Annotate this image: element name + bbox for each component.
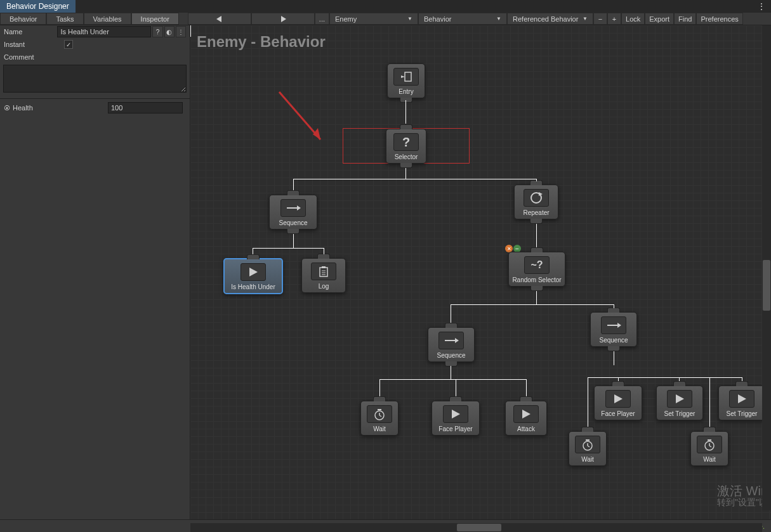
target-icon[interactable]: ◐ [164,26,175,37]
toolbar: Behavior Tasks Variables Inspector ... E… [0,13,771,25]
node-sequence-mid[interactable]: Sequence [428,327,475,362]
node-sequence-right[interactable]: Sequence [590,312,637,347]
node-face-player-2[interactable]: Face Player [594,386,642,420]
vertical-scrollbar[interactable] [762,25,771,510]
node-random-selector[interactable]: ~? Random Selector [508,252,565,287]
svg-marker-0 [216,16,221,22]
play-icon [736,393,748,405]
tab-behavior[interactable]: Behavior [0,13,46,25]
preferences-button[interactable]: Preferences [696,13,742,25]
window-tab[interactable]: Behavior Designer [0,0,76,13]
clock-icon [581,438,594,451]
comment-input[interactable] [3,65,187,93]
question-icon: ? [402,135,410,150]
svg-marker-17 [455,338,459,343]
svg-marker-5 [401,75,405,78]
svg-marker-19 [617,323,621,328]
instant-label: Instant [4,41,64,48]
help-icon[interactable]: ? [152,26,162,37]
clock-icon [373,408,386,420]
svg-rect-4 [405,72,411,81]
menu-icon[interactable]: ⋮ [752,1,771,11]
svg-rect-36 [708,439,711,441]
triangle-right-icon [280,16,286,22]
svg-line-35 [709,446,711,447]
play-icon [520,408,532,420]
more-icon[interactable]: ⋮ [176,26,186,37]
svg-rect-23 [378,409,381,410]
triangle-left-icon [216,16,223,22]
arrow-right-icon [606,321,621,329]
node-face-player-1[interactable]: Face Player [432,401,480,436]
svg-rect-11 [320,268,327,276]
watermark: 激活 Win 转到"设置"以 [717,485,768,508]
tab-variables[interactable]: Variables [84,13,131,25]
chevron-down-icon: ▼ [583,16,588,22]
node-selector[interactable]: ? Selector [386,129,426,164]
svg-marker-3 [313,128,320,139]
play-icon [612,393,624,405]
search-icon: ⦿ [4,105,10,112]
node-set-trigger-1[interactable]: Set Trigger [656,386,703,420]
repeat-icon [529,191,543,205]
svg-rect-32 [586,439,590,441]
chevron-down-icon: ▼ [407,16,412,22]
canvas-title: Enemy - Behavior [197,33,326,51]
ellipsis-button[interactable]: ... [315,13,329,25]
minus-button[interactable]: − [593,13,607,25]
comment-label: Comment [4,53,64,61]
svg-marker-26 [614,394,623,403]
clock-icon [703,438,716,451]
svg-rect-12 [322,266,326,268]
node-repeater[interactable]: Repeater [514,185,558,219]
arrow-right-icon [286,204,301,212]
tab-inspector[interactable]: Inspector [131,13,179,25]
tab-tasks[interactable]: Tasks [46,13,83,25]
random-icon: ~? [530,259,543,271]
plus-button[interactable]: + [607,13,621,25]
lock-button[interactable]: Lock [621,13,645,25]
svg-line-2 [279,92,320,139]
node-set-trigger-2[interactable]: Set Trigger [718,386,765,420]
node-wait-2[interactable]: Wait [569,431,607,466]
annotation-arrow [276,89,327,146]
play-icon [450,408,461,420]
behavior-dropdown[interactable]: Behavior▼ [418,13,507,25]
entry-icon [400,71,412,82]
arrow-right-icon [444,337,459,344]
instant-checkbox[interactable]: ✓ [64,40,73,49]
export-button[interactable]: Export [645,13,674,25]
node-sequence-left[interactable]: Sequence [269,195,317,230]
refbehavior-dropdown[interactable]: Referenced Behavior▼ [507,13,593,25]
svg-marker-27 [676,394,684,403]
node-is-health-under[interactable]: Is Health Under [223,258,283,294]
svg-marker-1 [281,16,286,22]
svg-marker-7 [297,205,301,211]
svg-marker-24 [452,410,460,418]
name-input[interactable] [57,26,151,37]
horizontal-scrollbar[interactable] [190,523,762,532]
svg-marker-28 [738,394,746,403]
chevron-down-icon: ▼ [496,16,501,22]
clipboard-icon [318,265,329,278]
svg-line-31 [588,446,590,447]
node-wait-1[interactable]: Wait [360,401,399,436]
nav-prev-button[interactable] [188,13,251,25]
inspector-panel: Name ? ◐ ⋮ Instant ✓ Comment ⦿ Health [0,25,190,519]
node-wait-3[interactable]: Wait [690,431,728,466]
scrollbar-thumb[interactable] [457,524,501,531]
node-attack[interactable]: Attack [505,401,547,436]
play-icon [247,266,259,278]
svg-line-22 [379,415,381,417]
nav-next-button[interactable] [251,13,315,25]
health-label: Health [13,104,108,112]
scrollbar-thumb[interactable] [763,260,770,311]
node-log[interactable]: Log [301,258,346,293]
health-input[interactable] [108,102,183,114]
behavior-canvas[interactable]: Enemy - Behavior Entry ? Selector Sequen… [190,25,771,519]
find-button[interactable]: Find [674,13,696,25]
name-label: Name [4,28,57,36]
node-entry[interactable]: Entry [387,63,425,98]
enemy-dropdown[interactable]: Enemy▼ [329,13,418,25]
svg-marker-25 [522,410,530,418]
